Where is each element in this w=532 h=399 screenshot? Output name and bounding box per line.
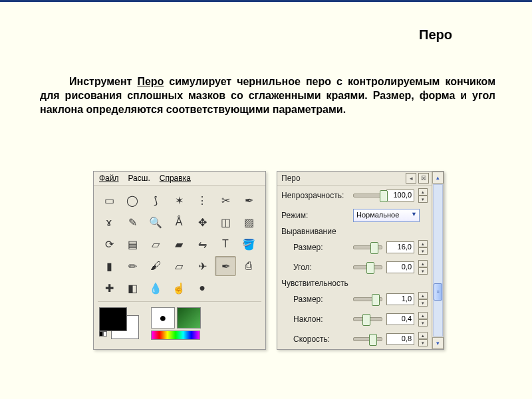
sens-size-slider[interactable] (353, 297, 382, 301)
tool-perspective-clone[interactable]: ◧ (122, 278, 143, 298)
tool-zoom[interactable]: 🔍 (145, 212, 166, 232)
tool-fuzzy-select[interactable]: ✶ (168, 190, 190, 210)
sens-tilt-value[interactable]: 0,4 (386, 313, 414, 325)
tool-pencil[interactable]: ✏ (122, 256, 143, 276)
options-title: Перо (281, 174, 301, 183)
tool-options-panel: Перо ◂ ☒ Непрозрачность: 100,0 ▴▾ Режим:… (277, 171, 444, 350)
tool-scissors[interactable]: ✂ (215, 190, 236, 210)
sens-speed-label: Скорость: (281, 334, 349, 344)
tool-paintbrush[interactable]: 🖌 (145, 256, 166, 276)
brush-preview-group: ● (151, 307, 201, 340)
tool-text[interactable]: T (215, 234, 236, 254)
sens-tilt-label: Наклон: (281, 315, 349, 324)
scroll-thumb[interactable]: ≡ (434, 283, 442, 301)
tool-blur[interactable]: 💧 (145, 278, 166, 298)
align-angle-spin[interactable]: ▴▾ (418, 260, 428, 275)
opacity-thumb[interactable] (380, 190, 388, 202)
tool-shear[interactable]: ▱ (145, 234, 166, 254)
tool-rect-select[interactable]: ▭ (98, 190, 120, 210)
align-angle-label: Угол: (281, 263, 349, 272)
sens-size-label: Размер: (281, 295, 349, 304)
tool-flip[interactable]: ⇋ (192, 234, 213, 254)
pattern-preview[interactable] (177, 307, 201, 329)
tool-color-picker[interactable]: ✎ (122, 212, 143, 232)
menu-ext[interactable]: Расш. (128, 174, 150, 183)
sens-speed-thumb[interactable] (369, 334, 377, 346)
align-angle-thumb[interactable] (366, 262, 374, 274)
color-area: ● (94, 303, 265, 345)
sens-tilt-slider[interactable] (353, 317, 382, 321)
sens-speed-spin[interactable]: ▴▾ (418, 332, 428, 346)
align-size-label: Размер: (281, 243, 349, 252)
tool-free-select[interactable]: ⟆ (145, 190, 166, 210)
tool-smudge[interactable]: ☝ (168, 278, 190, 298)
align-size-slider[interactable] (353, 245, 382, 249)
toolbox-panel: Файл Расш. Справка ▭◯⟆✶⋮✂✒ɤ✎🔍Å✥◫▨⟳▤▱▰⇋T🪣… (93, 171, 266, 350)
scroll-up-button[interactable]: ▴ (432, 172, 444, 184)
opacity-spin[interactable]: ▴▾ (418, 188, 428, 203)
align-size-thumb[interactable] (370, 242, 378, 254)
tool-paths[interactable]: ɤ (98, 212, 120, 232)
align-size-spin[interactable]: ▴▾ (418, 240, 428, 255)
align-angle-slider[interactable] (353, 265, 382, 269)
gradient-preview[interactable] (151, 331, 200, 340)
tool-align[interactable]: ◫ (215, 212, 236, 232)
mode-label: Режим: (281, 211, 349, 220)
scroll-down-button[interactable]: ▾ (432, 337, 444, 349)
fg-color-swatch[interactable] (99, 307, 127, 331)
tool-measure[interactable]: Å (168, 212, 190, 232)
sens-size-spin[interactable]: ▴▾ (418, 292, 428, 307)
tool-clone[interactable]: ⎙ (238, 256, 259, 276)
toolbox-menubar: Файл Расш. Справка (94, 172, 265, 186)
tool-move[interactable]: ✥ (192, 212, 213, 232)
tool-foreground-select[interactable]: ✒ (238, 190, 259, 210)
tool-grid: ▭◯⟆✶⋮✂✒ɤ✎🔍Å✥◫▨⟳▤▱▰⇋T🪣▮✏🖌▱✈✒⎙✚◧💧☝● (94, 186, 265, 300)
tool-color-select[interactable]: ⋮ (192, 190, 213, 210)
sens-tilt-thumb[interactable] (362, 314, 370, 326)
tool-eraser[interactable]: ▱ (168, 256, 190, 276)
sens-tilt-spin[interactable]: ▴▾ (418, 312, 428, 327)
sens-speed-value[interactable]: 0,8 (386, 333, 414, 345)
divider (98, 301, 261, 302)
brush-preview[interactable]: ● (151, 307, 175, 329)
tool-scale[interactable]: ▤ (122, 234, 143, 254)
options-scrollbar[interactable]: ▴ ≡ ▾ (432, 172, 444, 349)
menu-file[interactable]: Файл (99, 174, 119, 183)
tool-rotate[interactable]: ⟳ (98, 234, 120, 254)
sensitivity-section: Чувствительность (277, 277, 432, 289)
mode-select[interactable]: Нормальное (353, 209, 420, 222)
page-title: Перо (419, 27, 452, 43)
sens-size-thumb[interactable] (372, 294, 380, 306)
dock-back-icon[interactable]: ◂ (406, 173, 416, 184)
align-angle-value[interactable]: 0,0 (386, 261, 414, 273)
default-colors-icon[interactable] (99, 331, 107, 339)
opacity-slider[interactable] (353, 194, 382, 198)
sens-speed-slider[interactable] (353, 337, 382, 341)
tool-dodge-burn[interactable]: ● (192, 278, 213, 298)
tool-crop[interactable]: ▨ (238, 212, 259, 232)
tool-airbrush[interactable]: ✈ (192, 256, 213, 276)
tool-ellipse-select[interactable]: ◯ (122, 190, 143, 210)
scroll-track[interactable]: ≡ (433, 184, 443, 336)
tool-gradient[interactable]: ▮ (98, 256, 120, 276)
align-size-value[interactable]: 16,0 (386, 241, 414, 253)
menu-help[interactable]: Справка (160, 174, 191, 183)
dock-close-icon[interactable]: ☒ (418, 173, 429, 184)
desc-prefix: Инструмент (69, 76, 137, 87)
alignment-section: Выравнивание (277, 225, 432, 237)
tool-heal[interactable]: ✚ (98, 278, 120, 298)
tool-name-underlined: Перо (137, 76, 164, 87)
fg-bg-swatches[interactable] (99, 307, 139, 339)
opacity-value[interactable]: 100,0 (386, 190, 414, 201)
tool-bucket-fill[interactable]: 🪣 (238, 234, 259, 254)
opacity-label: Непрозрачность: (281, 191, 349, 200)
tool-ink[interactable]: ✒ (215, 256, 236, 276)
sens-size-value[interactable]: 1,0 (386, 293, 414, 305)
description-text: Инструмент Перо симулирует чернильное пе… (40, 75, 495, 116)
tool-perspective[interactable]: ▰ (168, 234, 190, 254)
